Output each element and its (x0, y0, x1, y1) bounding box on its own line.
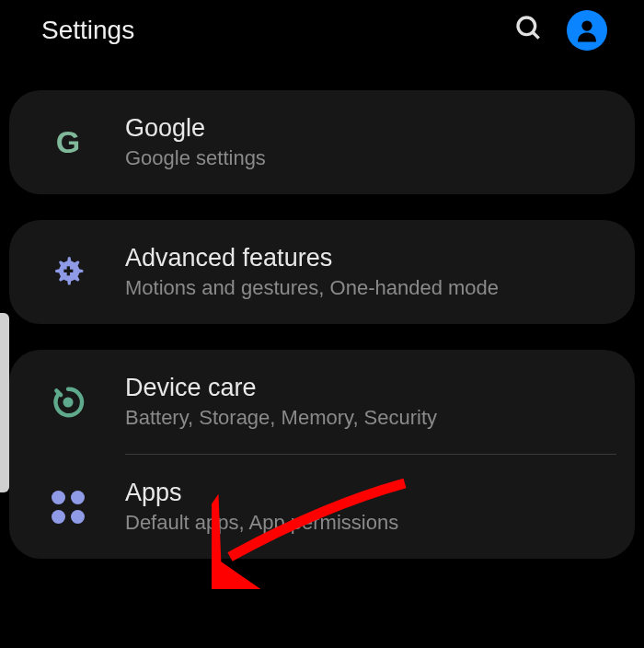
svg-line-1 (533, 32, 539, 39)
item-content: Device care Battery, Storage, Memory, Se… (125, 374, 607, 430)
settings-item-advanced-features[interactable]: Advanced features Motions and gestures, … (9, 220, 635, 324)
item-subtitle: Google settings (125, 146, 607, 170)
item-title: Advanced features (125, 244, 607, 272)
svg-point-2 (581, 20, 592, 30)
google-icon: G (46, 121, 90, 165)
settings-group-google: G Google Google settings (9, 90, 635, 194)
item-subtitle: Battery, Storage, Memory, Security (125, 406, 607, 430)
gear-plus-icon (46, 250, 90, 295)
settings-item-device-care[interactable]: Device care Battery, Storage, Memory, Se… (9, 350, 635, 454)
settings-group-device: Device care Battery, Storage, Memory, Se… (9, 350, 635, 559)
settings-item-google[interactable]: G Google Google settings (9, 90, 635, 194)
scroll-indicator[interactable] (0, 313, 9, 492)
item-subtitle: Motions and gestures, One-handed mode (125, 276, 607, 300)
settings-header: Settings (0, 0, 644, 64)
settings-item-apps[interactable]: Apps Default apps, App permissions (9, 455, 635, 559)
apps-icon (46, 485, 90, 529)
svg-point-5 (63, 397, 73, 407)
item-content: Google Google settings (125, 114, 607, 170)
page-title: Settings (41, 16, 514, 45)
svg-rect-4 (63, 269, 73, 272)
item-content: Advanced features Motions and gestures, … (125, 244, 607, 300)
search-icon[interactable] (514, 14, 544, 47)
svg-point-0 (518, 17, 535, 35)
item-title: Device care (125, 374, 607, 402)
item-title: Google (125, 114, 607, 143)
item-content: Apps Default apps, App permissions (125, 479, 607, 535)
device-care-icon (46, 380, 90, 424)
item-subtitle: Default apps, App permissions (125, 511, 607, 535)
header-actions (514, 10, 607, 51)
settings-group-advanced: Advanced features Motions and gestures, … (9, 220, 635, 324)
item-title: Apps (125, 479, 607, 507)
profile-avatar[interactable] (567, 10, 607, 51)
